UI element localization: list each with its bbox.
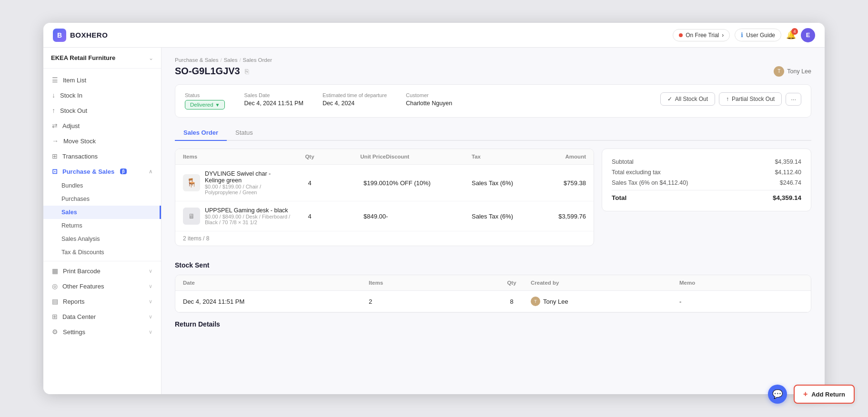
sidebar-item-reports[interactable]: ▤ Reports ∨ [43, 294, 161, 309]
stock-col-memo: Memo [679, 280, 803, 286]
reports-chevron-icon: ∨ [149, 298, 152, 305]
subtotal-label: Subtotal [612, 159, 634, 165]
top-bar: B BOXHERO On Free Trial › ℹ User Guide 🔔… [43, 23, 825, 48]
item-discount-2: - [386, 213, 472, 220]
item-list-label: Item List [63, 77, 86, 84]
partial-stock-out-button[interactable]: ↑ Partial Stock Out [719, 92, 782, 106]
sidebar-item-stock-in[interactable]: ↓ Stock In [43, 88, 161, 103]
items-footer: 2 items / 8 [175, 231, 594, 246]
adjust-icon: ⇄ [52, 122, 58, 129]
org-chevron-icon[interactable]: ⌄ [149, 55, 153, 61]
status-dropdown-icon: ▼ [215, 102, 220, 108]
more-actions-button[interactable]: ··· [786, 93, 801, 106]
tax-discounts-label: Tax & Discounts [61, 249, 104, 256]
sidebar-sub-item-purchases[interactable]: Purchases [43, 192, 161, 206]
sidebar-item-purchase-sales[interactable]: ⊡ Purchase & Sales β ∧ [43, 164, 161, 179]
org-name: EKEA Retail Furniture [51, 54, 115, 61]
sidebar-item-move-stock[interactable]: → Move Stock [43, 133, 161, 149]
move-stock-label: Move Stock [63, 138, 96, 145]
status-badge[interactable]: Delivered ▼ [185, 100, 225, 109]
sidebar-sub-item-tax-discounts[interactable]: Tax & Discounts [43, 246, 161, 259]
stock-col-date: Date [183, 280, 369, 286]
sidebar-sub-item-bundles[interactable]: Bundles [43, 179, 161, 192]
subtotal-row: Subtotal $4,359.14 [612, 157, 801, 167]
items-and-totals: Items Qty Unit Price Discount Tax Amount [175, 149, 811, 254]
sidebar-sub-item-sales[interactable]: Sales [43, 206, 161, 219]
sales-label: Sales [61, 209, 77, 216]
trial-label: On Free Trial [686, 32, 719, 39]
print-barcode-icon: ▦ [52, 267, 58, 275]
sidebar-sub-item-returns[interactable]: Returns [43, 219, 161, 232]
grand-total-row: Total $4,359.14 [612, 190, 801, 203]
item-sub-1: $0.00 / $199.00 / Chair / Polypropylene … [205, 184, 291, 195]
main-layout: EKEA Retail Furniture ⌄ ☰ Item List ↓ St… [43, 48, 825, 394]
all-stock-out-button[interactable]: ✓ All Stock Out [660, 92, 715, 106]
sales-tax-label: Sales Tax (6% on $4,112.40) [612, 179, 688, 186]
logo: B BOXHERO [53, 29, 108, 42]
return-details-title: Return Details [175, 320, 811, 328]
item-sub-2: $0.00 / $849.00 / Desk / Fiberboard / Bl… [205, 214, 291, 225]
col-amount: Amount [538, 154, 586, 159]
move-stock-icon: → [52, 137, 59, 145]
sidebar-item-stock-out[interactable]: ↑ Stock Out [43, 103, 161, 118]
breadcrumb-part-2[interactable]: Sales [224, 57, 238, 63]
sidebar-item-adjust[interactable]: ⇄ Adjust [43, 118, 161, 133]
tab-status[interactable]: Status [227, 125, 262, 141]
sales-date-label: Sales Date [244, 92, 303, 98]
copy-icon[interactable]: ⎘ [245, 68, 249, 75]
user-avatar-button[interactable]: E [801, 28, 815, 42]
item-thumb-1: 🪑 [183, 174, 200, 191]
notification-button[interactable]: 🔔 4 [786, 30, 796, 40]
item-info-1: DYVLINGE Swivel char - Kelinge green $0.… [205, 170, 291, 195]
page-title-area: SO-G9L1GJV3 ⎘ [175, 66, 249, 77]
other-features-chevron-icon: ∨ [149, 283, 152, 289]
sidebar-item-other-features[interactable]: ◎ Other Features ∨ [43, 278, 161, 294]
sales-date-value: Dec 4, 2024 11:51 PM [244, 100, 303, 107]
etd-field: Estimated time of departure Dec 4, 2024 [323, 92, 387, 107]
table-row: 🖥 UPPSPEL Gaming desk - black $0.00 / $8… [175, 201, 594, 231]
adjust-label: Adjust [62, 122, 80, 129]
content-area: Purchase & Sales / Sales / Sales Order S… [161, 48, 825, 394]
transactions-label: Transactions [62, 153, 98, 160]
customer-label: Customer [406, 92, 452, 98]
guide-icon: ℹ [741, 31, 743, 39]
reports-label: Reports [63, 298, 85, 305]
sales-analysis-label: Sales Analysis [61, 236, 100, 242]
breadcrumb-part-1[interactable]: Purchase & Sales [175, 57, 218, 63]
trial-button[interactable]: On Free Trial › [673, 29, 730, 41]
more-icon: ··· [791, 96, 796, 103]
partial-stock-out-label: Partial Stock Out [732, 96, 775, 102]
nav-divider [43, 261, 161, 261]
item-amount-1: $759.38 [538, 179, 586, 187]
sidebar-item-print-barcode[interactable]: ▦ Print Barcode ∨ [43, 263, 161, 278]
stock-col-created-by: Created by [531, 280, 679, 286]
reports-icon: ▤ [52, 298, 58, 305]
purchase-sales-icon: ⊡ [52, 168, 58, 175]
breadcrumb: Purchase & Sales / Sales / Sales Order [175, 57, 811, 63]
sidebar-item-transactions[interactable]: ⊞ Transactions [43, 149, 161, 164]
status-value: Delivered [190, 102, 213, 108]
tab-sales-order[interactable]: Sales Order [175, 125, 227, 141]
author-name: Tony Lee [787, 68, 811, 75]
item-cell-2: 🖥 UPPSPEL Gaming desk - black $0.00 / $8… [183, 207, 291, 225]
add-return-button[interactable]: + Add Return [794, 385, 855, 404]
sidebar-item-item-list[interactable]: ☰ Item List [43, 72, 161, 88]
excl-tax-value: $4,112.40 [775, 169, 801, 176]
totals-card: Subtotal $4,359.14 Total excluding tax $… [602, 149, 811, 211]
totals-section: Subtotal $4,359.14 Total excluding tax $… [602, 149, 811, 254]
items-section: Items Qty Unit Price Discount Tax Amount [175, 149, 594, 254]
stock-sent-card: Date Items Qty Created by Memo Dec 4, 20… [175, 275, 811, 313]
logo-text: BOXHERO [70, 31, 108, 39]
user-guide-button[interactable]: ℹ User Guide [735, 29, 781, 41]
all-stock-out-label: All Stock Out [675, 96, 708, 102]
sidebar-header: EKEA Retail Furniture ⌄ [43, 48, 161, 69]
sidebar-item-settings[interactable]: ⚙ Settings ∨ [43, 324, 161, 339]
chat-bubble[interactable]: 💬 [768, 385, 787, 404]
col-items: Items [183, 154, 291, 159]
sidebar-sub-item-sales-analysis[interactable]: Sales Analysis [43, 232, 161, 246]
item-qty-2: 4 [291, 213, 329, 220]
total-value: $4,359.14 [773, 194, 801, 201]
top-bar-right: On Free Trial › ℹ User Guide 🔔 4 E [673, 28, 815, 42]
sidebar-item-data-center[interactable]: ⊞ Data Center ∨ [43, 309, 161, 324]
items-table-header: Items Qty Unit Price Discount Tax Amount [175, 149, 594, 165]
